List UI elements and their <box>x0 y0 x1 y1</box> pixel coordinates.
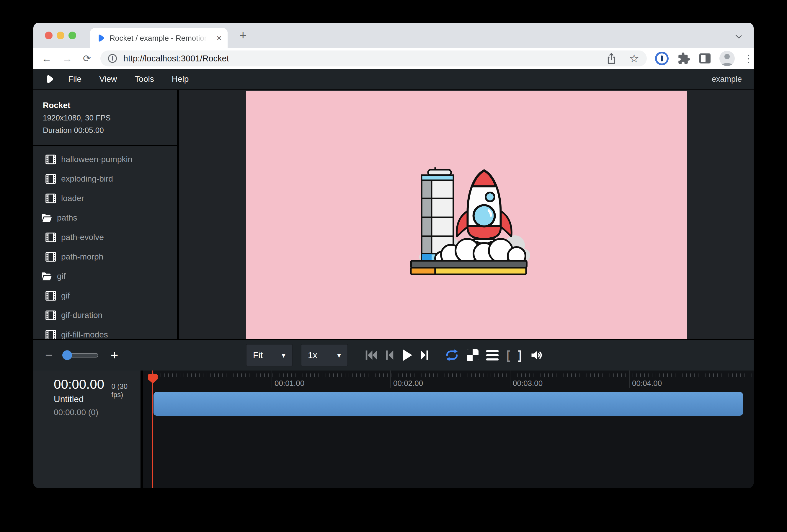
volume-icon[interactable] <box>530 349 543 362</box>
playhead-handle[interactable] <box>148 374 157 383</box>
fullscreen-window-button[interactable] <box>68 31 76 39</box>
ruler-gridline <box>510 370 510 388</box>
timeline-divider[interactable] <box>141 370 143 488</box>
caret-down-icon: ▾ <box>337 351 341 360</box>
composition-item[interactable]: gif-duration <box>34 305 177 325</box>
menu-item[interactable]: Help <box>172 75 189 84</box>
loop-toggle-icon[interactable] <box>445 349 459 361</box>
extensions-puzzle-icon[interactable] <box>678 52 690 65</box>
composition-item[interactable]: loader <box>34 189 177 208</box>
composition-label: path-evolve <box>61 233 104 242</box>
composition-item[interactable]: gif <box>34 286 177 305</box>
ruler-label: 00:01.00 <box>275 379 304 388</box>
browser-menu-kebab-icon[interactable]: ⋮ <box>744 54 753 63</box>
ruler-gridline <box>272 370 272 388</box>
next-frame-button[interactable] <box>420 349 429 361</box>
zoom-in-button[interactable]: + <box>111 349 119 362</box>
project-name-label: example <box>712 75 742 84</box>
share-icon[interactable] <box>606 52 617 64</box>
address-bar[interactable]: i http://localhost:3001/Rocket ☆ <box>100 50 647 66</box>
side-panel-icon[interactable] <box>699 54 710 63</box>
composition-item[interactable]: gif <box>34 267 177 286</box>
compositions-sidebar: Rocket 1920x1080, 30 FPS Duration 00:05.… <box>34 90 177 339</box>
browser-tab[interactable]: Rocket / example - Remotion P × <box>90 28 228 48</box>
current-timecode: 00:00.00 <box>54 377 104 392</box>
menu-item[interactable]: View <box>99 75 117 84</box>
close-window-button[interactable] <box>45 31 52 39</box>
composition-item[interactable]: halloween-pumpkin <box>34 150 177 169</box>
zoom-slider[interactable] <box>63 353 98 358</box>
composition-item[interactable]: exploding-bird <box>34 169 177 189</box>
speed-dropdown-label: 1x <box>308 350 317 360</box>
bookmark-star-icon[interactable]: ☆ <box>629 53 639 64</box>
film-icon <box>45 291 57 301</box>
playhead-line[interactable] <box>152 370 153 488</box>
minimize-window-button[interactable] <box>57 31 64 39</box>
menu-item[interactable]: File <box>68 75 82 84</box>
timeline-zoom-controls: − + <box>45 340 118 370</box>
composition-label: exploding-bird <box>61 174 113 184</box>
play-button[interactable] <box>401 348 413 362</box>
film-icon <box>45 174 57 184</box>
player-controls-bar: − + Fit ▾ 1x ▾ <box>34 339 753 370</box>
previous-frame-button[interactable] <box>385 349 395 361</box>
folder-open-icon <box>41 271 52 281</box>
video-canvas[interactable] <box>246 91 687 339</box>
composition-label: gif-fill-modes <box>61 330 108 339</box>
sequence-track-bar[interactable] <box>153 392 743 416</box>
transparency-checkerboard-icon[interactable] <box>467 349 478 361</box>
composition-list: halloween-pumpkin <box>34 146 177 339</box>
back-button[interactable]: ← <box>42 54 52 63</box>
composition-label: path-morph <box>61 252 103 261</box>
size-dropdown[interactable]: Fit ▾ <box>246 344 293 366</box>
onepassword-extension-icon[interactable] <box>655 52 668 65</box>
film-icon <box>45 330 57 339</box>
folder-open-icon <box>41 213 52 223</box>
composition-item[interactable]: path-morph <box>34 247 177 267</box>
ruler-gridline <box>629 370 630 388</box>
ruler-gridline <box>390 370 391 388</box>
composition-label: halloween-pumpkin <box>61 155 132 164</box>
browser-window: Rocket / example - Remotion P × + ← → ⟳ … <box>34 23 753 488</box>
tab-search-chevron-icon[interactable] <box>735 32 742 39</box>
speed-dropdown[interactable]: 1x ▾ <box>301 344 348 366</box>
remotion-logo-icon[interactable] <box>44 74 54 84</box>
url-text[interactable]: http://localhost:3001/Rocket <box>123 54 229 63</box>
timeline-panel-toggle-icon[interactable] <box>486 350 498 360</box>
out-point-icon[interactable]: ] <box>518 349 522 361</box>
menu-item[interactable]: Tools <box>135 75 154 84</box>
composition-info: Rocket 1920x1080, 30 FPS Duration 00:05.… <box>34 90 177 135</box>
film-icon <box>45 310 57 320</box>
composition-item[interactable]: paths <box>34 208 177 228</box>
current-frame-label: 0 (30 fps) <box>111 382 141 399</box>
film-icon <box>45 193 57 204</box>
composition-duration: Duration 00:05.00 <box>43 126 168 135</box>
size-dropdown-label: Fit <box>253 350 263 360</box>
ruler-ticks <box>153 374 753 377</box>
tab-title: Rocket / example - Remotion P <box>109 34 207 43</box>
composition-label: gif-duration <box>61 311 102 320</box>
in-point-icon[interactable]: [ <box>506 349 510 361</box>
reload-button[interactable]: ⟳ <box>83 54 91 63</box>
ruler-label: 00:03.00 <box>513 379 543 388</box>
timeline-track-area[interactable]: 00:01.00 00:02.00 00:03.00 00:04.00 <box>143 370 753 488</box>
composition-resolution: 1920x1080, 30 FPS <box>43 113 168 123</box>
composition-label: paths <box>57 213 77 222</box>
forward-button[interactable]: → <box>62 54 72 63</box>
zoom-out-button[interactable]: − <box>45 349 53 362</box>
zoom-slider-thumb[interactable] <box>62 350 72 360</box>
composition-label: gif <box>57 272 66 281</box>
jump-to-start-button[interactable] <box>365 349 378 361</box>
site-info-icon[interactable]: i <box>108 54 117 63</box>
composition-item[interactable]: gif-fill-modes <box>34 325 177 339</box>
composition-label: gif <box>61 291 70 301</box>
tab-strip: Rocket / example - Remotion P × + <box>34 23 753 48</box>
tab-close-icon[interactable]: × <box>216 34 222 43</box>
new-tab-button[interactable]: + <box>239 31 247 39</box>
film-icon <box>45 154 57 165</box>
screenshot-root: Rocket / example - Remotion P × + ← → ⟳ … <box>0 0 787 532</box>
browser-toolbar: ← → ⟳ i http://localhost:3001/Rocket ☆ <box>34 48 753 69</box>
remotion-favicon-icon <box>96 34 105 43</box>
composition-item[interactable]: path-evolve <box>34 228 177 247</box>
profile-avatar[interactable] <box>719 51 735 66</box>
